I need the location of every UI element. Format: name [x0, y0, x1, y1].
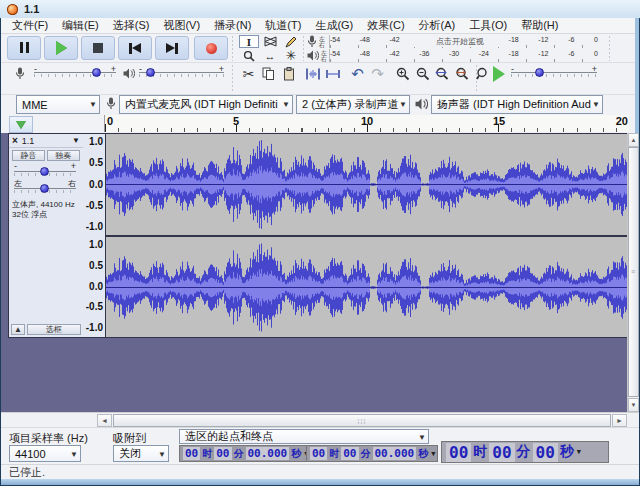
mute-button[interactable]: 静音 — [12, 150, 45, 161]
pause-button[interactable] — [7, 36, 41, 60]
paste-button[interactable] — [279, 65, 298, 83]
undo-button[interactable]: ↶ — [348, 65, 367, 83]
menu-effect[interactable]: 效果(C) — [360, 18, 411, 33]
play-at-speed-button[interactable] — [489, 65, 508, 83]
menu-tracks[interactable]: 轨道(T) — [258, 18, 308, 33]
timefield-dropdown-arrow[interactable]: ▼ — [431, 450, 435, 458]
horizontal-scrollbar[interactable]: ◄ ⁞⁞⁞ ► — [1, 412, 639, 427]
track-gain-thumb[interactable] — [40, 167, 49, 176]
zoom-out-button[interactable] — [413, 65, 432, 83]
recording-meter[interactable]: 左右 -54-48-42-36-30-24-18-12-60 点击开始监视 — [307, 35, 607, 48]
menu-select[interactable]: 选择(S) — [106, 18, 157, 33]
playback-volume-thumb[interactable] — [146, 68, 155, 77]
selection-tool-button[interactable]: I — [239, 35, 259, 48]
play-at-speed-icon — [493, 66, 505, 82]
horizontal-scroll-thumb[interactable]: ⁞⁞⁞ — [113, 414, 611, 427]
track-menu-button[interactable]: ▼ — [72, 136, 80, 145]
recording-meter-scale: -54-48-42-36-30-24-18-12-60 点击开始监视 — [329, 35, 598, 48]
track-gain-slider[interactable]: -+ — [14, 163, 76, 178]
time-shift-tool-button[interactable]: ↔ — [260, 49, 280, 62]
selection-start-field[interactable]: 00时 00分 00.000秒 ▼ — [179, 445, 311, 462]
timefield-dropdown-arrow[interactable]: ▼ — [577, 448, 581, 456]
playback-device-select[interactable]: 扬声器 (IDT High Definition Aud▼ — [431, 95, 603, 114]
zoom-in-button[interactable] — [393, 65, 412, 83]
pinned-play-head-button[interactable] — [9, 116, 33, 133]
menu-view[interactable]: 视图(V) — [156, 18, 207, 33]
menu-file[interactable]: 文件(F) — [5, 18, 55, 33]
play-speed-thumb[interactable] — [535, 68, 544, 77]
vertical-scroll-thumb[interactable]: ≡ — [628, 147, 639, 397]
left-right-arrow-icon: ↔ — [265, 50, 276, 62]
menu-tools[interactable]: 工具(O) — [462, 18, 514, 33]
copy-icon — [262, 67, 275, 81]
selection-toolbar: 项目采样率 (Hz) 吸附到 44100▼ 关闭▼ 选区的起点和终点▼ 00时 … — [1, 427, 639, 465]
vertical-scrollbar[interactable]: ▲ ≡ ▼ — [627, 133, 639, 412]
waveform-channel-left[interactable] — [105, 134, 628, 235]
audio-position-field[interactable]: 00时 00分 00秒 ▼ — [441, 441, 609, 463]
project-rate-select[interactable]: 44100▼ — [9, 445, 81, 462]
menu-analyze[interactable]: 分析(A) — [412, 18, 463, 33]
envelope-icon — [264, 36, 277, 47]
asterisk-icon: ✳ — [286, 48, 297, 63]
skip-to-end-button[interactable] — [155, 36, 189, 60]
recording-channels-select[interactable]: 2 (立体声) 录制声道▼ — [296, 95, 410, 114]
recording-volume-thumb[interactable] — [92, 68, 101, 77]
multi-tool-button[interactable]: ✳ — [281, 49, 301, 62]
track-select-button[interactable]: 选框 — [27, 324, 81, 335]
record-button[interactable] — [194, 36, 228, 60]
trim-icon — [306, 68, 320, 80]
trim-audio-button[interactable] — [303, 65, 322, 83]
scroll-up-button[interactable]: ▲ — [628, 133, 639, 147]
recording-device-select[interactable]: 内置式麦克风 (IDT High Definiti▼ — [119, 95, 293, 114]
fit-project-icon — [455, 67, 470, 81]
skip-start-icon — [129, 43, 141, 54]
copy-button[interactable] — [259, 65, 278, 83]
stop-button[interactable] — [81, 36, 115, 60]
menu-edit[interactable]: 编辑(E) — [55, 18, 106, 33]
scroll-down-button[interactable]: ▼ — [628, 398, 639, 412]
fit-selection-button[interactable] — [433, 65, 452, 83]
device-microphone-icon — [106, 96, 116, 111]
toolbar-zone: I ↔ ✳ 左右 -54-48-42-36-30-24-18-12-60 点击开… — [1, 34, 635, 115]
track-pan-slider[interactable]: 左右 — [14, 180, 76, 195]
track-title[interactable]: 1.1 — [22, 136, 35, 146]
selection-range-mode-select[interactable]: 选区的起点和终点▼ — [179, 429, 429, 444]
menu-transport[interactable]: 播录(N) — [207, 18, 258, 33]
play-button[interactable] — [44, 36, 78, 60]
menu-help[interactable]: 帮助(H) — [514, 18, 565, 33]
solo-button[interactable]: 独奏 — [47, 150, 80, 161]
track-collapse-button[interactable]: ▲ — [11, 324, 25, 335]
recording-volume-slider[interactable]: -+ — [34, 66, 116, 80]
scroll-left-button[interactable]: ◄ — [97, 414, 112, 427]
fit-project-button[interactable] — [453, 65, 472, 83]
timeline-ruler[interactable]: 0 5 10 15 20 — [104, 115, 629, 132]
draw-tool-button[interactable] — [281, 35, 301, 48]
selection-end-field[interactable]: 00时 00分 00.000秒 ▼ — [306, 445, 438, 462]
track-close-button[interactable]: × — [12, 135, 18, 146]
cut-button[interactable]: ✂ — [239, 65, 258, 83]
waveform-channel-right[interactable] — [105, 237, 628, 337]
mixer-microphone-icon — [15, 67, 25, 80]
monitor-hint[interactable]: 点击开始监视 — [412, 36, 508, 47]
track-pan-thumb[interactable] — [40, 184, 49, 193]
envelope-tool-button[interactable] — [260, 35, 280, 48]
snap-to-select[interactable]: 关闭▼ — [113, 445, 169, 462]
scroll-right-button[interactable]: ► — [612, 414, 627, 427]
play-speed-slider[interactable]: -+ — [511, 66, 597, 80]
redo-icon: ↷ — [371, 65, 384, 83]
playback-meter[interactable]: 左右 -54-48-42-36-30-24-18-12-60 — [307, 49, 607, 62]
audio-host-select[interactable]: MME▼ — [16, 95, 100, 114]
record-icon — [206, 43, 217, 54]
playback-volume-slider[interactable]: -+ — [139, 66, 224, 80]
skip-to-start-button[interactable] — [118, 36, 152, 60]
track-area[interactable]: × 1.1 ▼ 静音 独奏 -+ 左右 — [1, 133, 627, 412]
title-bar[interactable]: 1.1 — [0, 0, 640, 18]
track-control-panel: × 1.1 ▼ 静音 独奏 -+ 左右 — [9, 134, 83, 337]
redo-button[interactable]: ↷ — [368, 65, 387, 83]
silence-icon — [326, 68, 340, 80]
silence-audio-button[interactable] — [323, 65, 342, 83]
paste-icon — [283, 67, 295, 81]
zoom-tool-button[interactable] — [239, 49, 259, 62]
menu-generate[interactable]: 生成(G) — [308, 18, 360, 33]
window-title: 1.1 — [24, 3, 39, 15]
